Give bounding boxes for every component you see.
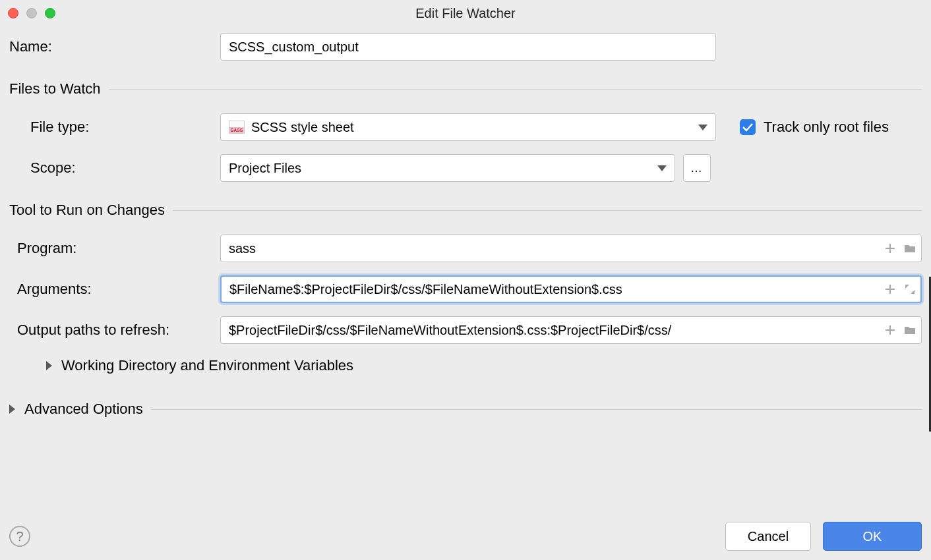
- check-icon: [742, 123, 753, 132]
- zoom-window-button[interactable]: [45, 8, 55, 18]
- track-root-checkbox[interactable]: [740, 119, 756, 135]
- window-title: Edit File Watcher: [415, 6, 516, 21]
- traffic-lights: [8, 8, 55, 18]
- ok-button[interactable]: OK: [823, 522, 922, 551]
- scope-combo[interactable]: Project Files: [220, 154, 675, 182]
- arguments-input[interactable]: [220, 275, 922, 303]
- cancel-button[interactable]: Cancel: [725, 522, 811, 551]
- track-root-label: Track only root files: [764, 119, 889, 136]
- output-paths-input[interactable]: [220, 316, 922, 344]
- folder-browse-icon[interactable]: [903, 323, 916, 337]
- program-label: Program:: [9, 240, 220, 257]
- insert-macro-icon[interactable]: [884, 242, 897, 255]
- file-type-value: SCSS style sheet: [251, 120, 354, 135]
- help-button[interactable]: ?: [9, 526, 30, 547]
- file-type-label: File type:: [9, 119, 220, 136]
- arguments-label: Arguments:: [9, 281, 220, 298]
- name-input[interactable]: [220, 33, 716, 61]
- sass-file-icon: SASS: [229, 121, 245, 134]
- chevron-right-icon: [9, 405, 15, 414]
- titlebar: Edit File Watcher: [0, 0, 931, 26]
- working-directory-expander[interactable]: Working Directory and Environment Variab…: [46, 357, 922, 374]
- tool-to-run-heading-row: Tool to Run on Changes: [9, 202, 922, 219]
- divider: [151, 409, 922, 410]
- advanced-options-row[interactable]: Advanced Options: [9, 401, 922, 418]
- folder-browse-icon[interactable]: [903, 242, 916, 255]
- scope-value: Project Files: [229, 161, 301, 176]
- tool-to-run-heading: Tool to Run on Changes: [9, 202, 165, 219]
- insert-macro-icon[interactable]: [884, 323, 897, 337]
- divider: [173, 210, 922, 211]
- output-paths-label: Output paths to refresh:: [9, 322, 220, 339]
- files-to-watch-heading: Files to Watch: [9, 80, 101, 98]
- chevron-right-icon: [46, 361, 52, 370]
- chevron-down-icon: [698, 125, 707, 130]
- scope-label: Scope:: [9, 159, 220, 177]
- working-directory-label: Working Directory and Environment Variab…: [61, 357, 353, 374]
- name-label: Name:: [9, 38, 220, 55]
- scope-browse-button[interactable]: …: [683, 154, 711, 182]
- minimize-window-button[interactable]: [26, 8, 37, 18]
- advanced-options-label: Advanced Options: [24, 401, 143, 418]
- close-window-button[interactable]: [8, 8, 18, 18]
- chevron-down-icon: [657, 165, 667, 171]
- file-type-combo[interactable]: SASS SCSS style sheet: [220, 113, 716, 141]
- divider: [109, 89, 922, 90]
- program-input[interactable]: [220, 235, 922, 262]
- files-to-watch-heading-row: Files to Watch: [9, 80, 922, 98]
- expand-icon[interactable]: [903, 283, 916, 296]
- insert-macro-icon[interactable]: [884, 283, 897, 296]
